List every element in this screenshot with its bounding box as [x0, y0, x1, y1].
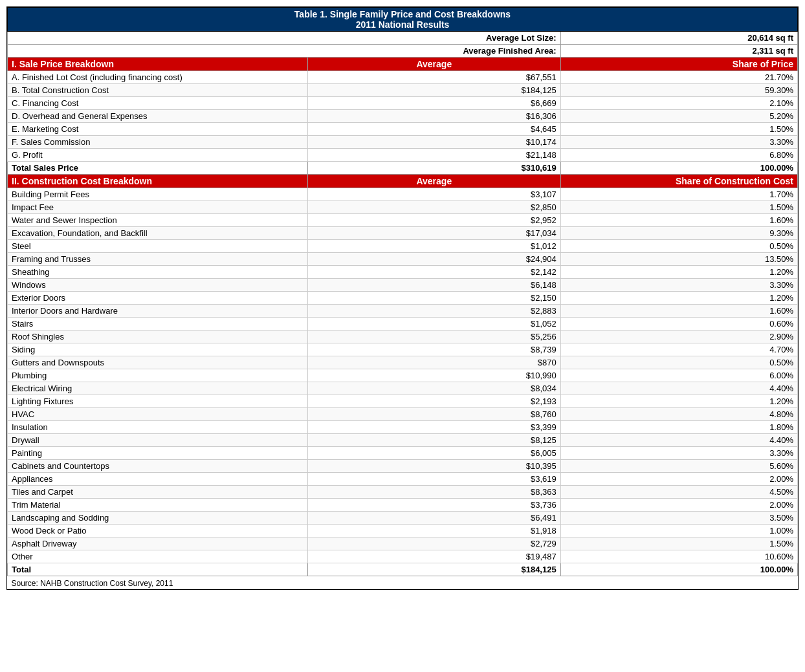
table-row: Drywall $8,125 4.40%: [8, 434, 798, 447]
avg-finished-value: 2,311 sq ft: [560, 45, 797, 58]
construction-total-row: Total $184,125 100.00%: [8, 563, 798, 576]
table-row: Stairs $1,052 0.60%: [8, 318, 798, 331]
avg-lot-value: 20,614 sq ft: [560, 32, 797, 45]
section2-header-row: II. Construction Cost Breakdown Average …: [8, 175, 798, 188]
table-row: A. Finished Lot Cost (including financin…: [8, 71, 798, 84]
total-sales-avg: $310,619: [307, 162, 560, 175]
table-row: D. Overhead and General Expenses $16,306…: [8, 110, 798, 123]
table-row: Electrical Wiring $8,034 4.40%: [8, 382, 798, 395]
avg-finished-row: Average Finished Area: 2,311 sq ft: [8, 45, 798, 58]
section2-col2: Average: [307, 175, 560, 188]
section2-col3: Share of Construction Cost: [560, 175, 797, 188]
avg-finished-label: Average Finished Area:: [8, 45, 561, 58]
table-row: Asphalt Driveway $2,729 1.50%: [8, 537, 798, 550]
table-row: Excavation, Foundation, and Backfill $17…: [8, 227, 798, 240]
table-row: Steel $1,012 0.50%: [8, 240, 798, 253]
total-sales-price-row: Total Sales Price $310,619 100.00%: [8, 162, 798, 175]
main-table-container: Table 1. Single Family Price and Cost Br…: [6, 6, 799, 590]
table-row: Insulation $3,399 1.80%: [8, 421, 798, 434]
construction-total-label: Total: [8, 563, 308, 576]
table-row: E. Marketing Cost $4,645 1.50%: [8, 123, 798, 136]
title-row: Table 1. Single Family Price and Cost Br…: [8, 8, 798, 32]
table-row: B. Total Construction Cost $184,125 59.3…: [8, 84, 798, 97]
table-row: HVAC $8,760 4.80%: [8, 408, 798, 421]
table-row: Plumbing $10,990 6.00%: [8, 369, 798, 382]
table-row: Trim Material $3,736 2.00%: [8, 499, 798, 512]
table-row: Windows $6,148 3.30%: [8, 279, 798, 292]
construction-total-avg: $184,125: [307, 563, 560, 576]
table-row: G. Profit $21,148 6.80%: [8, 149, 798, 162]
table-row: Roof Shingles $5,256 2.90%: [8, 331, 798, 343]
table-row: Painting $6,005 3.30%: [8, 447, 798, 460]
table-row: Lighting Fixtures $2,193 1.20%: [8, 395, 798, 408]
table-row: Landscaping and Sodding $6,491 3.50%: [8, 512, 798, 525]
section1-col3: Share of Price: [560, 58, 797, 71]
table-row: F. Sales Commission $10,174 3.30%: [8, 136, 798, 149]
section1-header-row: I. Sale Price Breakdown Average Share of…: [8, 58, 798, 71]
table-row: C. Financing Cost $6,669 2.10%: [8, 97, 798, 110]
total-sales-label: Total Sales Price: [8, 162, 308, 175]
table-row: Framing and Trusses $24,904 13.50%: [8, 253, 798, 266]
table-row: Building Permit Fees $3,107 1.70%: [8, 188, 798, 201]
table-row: Gutters and Downspouts $870 0.50%: [8, 356, 798, 369]
avg-lot-label: Average Lot Size:: [8, 32, 561, 45]
table-row: Sheathing $2,142 1.20%: [8, 266, 798, 279]
table-row: Siding $8,739 4.70%: [8, 343, 798, 356]
section1-label: I. Sale Price Breakdown: [8, 58, 308, 71]
section2-label: II. Construction Cost Breakdown: [8, 175, 308, 188]
price-cost-table: Table 1. Single Family Price and Cost Br…: [7, 7, 798, 589]
total-sales-share: 100.00%: [560, 162, 797, 175]
table-row: Wood Deck or Patio $1,918 1.00%: [8, 525, 798, 537]
construction-total-share: 100.00%: [560, 563, 797, 576]
table-row: Tiles and Carpet $8,363 4.50%: [8, 486, 798, 499]
table-row: Appliances $3,619 2.00%: [8, 473, 798, 486]
source-row: Source: NAHB Construction Cost Survey, 2…: [8, 576, 798, 590]
table-row: Interior Doors and Hardware $2,883 1.60%: [8, 305, 798, 318]
table-title: Table 1. Single Family Price and Cost Br…: [8, 8, 798, 32]
table-row: Water and Sewer Inspection $2,952 1.60%: [8, 214, 798, 227]
table-row: Impact Fee $2,850 1.50%: [8, 201, 798, 214]
avg-lot-row: Average Lot Size: 20,614 sq ft: [8, 32, 798, 45]
section1-col2: Average: [307, 58, 560, 71]
source-text: Source: NAHB Construction Cost Survey, 2…: [8, 576, 798, 590]
table-row: Cabinets and Countertops $10,395 5.60%: [8, 460, 798, 473]
table-row: Exterior Doors $2,150 1.20%: [8, 292, 798, 305]
table-row: Other $19,487 10.60%: [8, 550, 798, 563]
